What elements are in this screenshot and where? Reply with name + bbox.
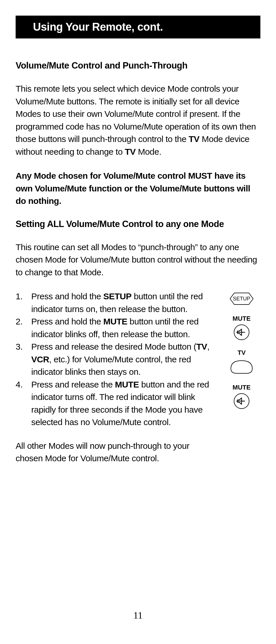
step-1: Press and hold the SETUP button until th… bbox=[16, 290, 217, 315]
text-bold-tv: TV bbox=[125, 147, 135, 156]
text-run: Press and release the bbox=[31, 380, 115, 389]
step-2: Press and hold the MUTE button until the… bbox=[16, 315, 217, 340]
mute-button-label-2: MUTE bbox=[233, 384, 251, 391]
text-run: Press and release the desired Mode butto… bbox=[31, 342, 196, 351]
text-bold-tv: TV bbox=[189, 134, 199, 144]
text-run: , bbox=[207, 342, 209, 351]
mute-button-illustration: MUTE bbox=[233, 315, 251, 340]
button-icons-column: SETUP MUTE TV MUTE bbox=[223, 290, 260, 465]
text-run: , etc.) for Volume/Mute control, the red… bbox=[31, 355, 191, 377]
paragraph-volume-warning: Any Mode chosen for Volume/Mute control … bbox=[16, 169, 260, 207]
steps-column: Press and hold the SETUP button until th… bbox=[16, 290, 217, 465]
page-header-bar: Using Your Remote, cont. bbox=[16, 16, 260, 38]
paragraph-volume-intro: This remote lets you select which device… bbox=[16, 82, 260, 158]
mute-button-icon bbox=[233, 324, 250, 340]
mute-button-icon bbox=[233, 393, 250, 409]
page-content: Using Your Remote, cont. Volume/Mute Con… bbox=[0, 0, 276, 465]
text-bold-setup: SETUP bbox=[103, 291, 132, 301]
steps-list: Press and hold the SETUP button until th… bbox=[16, 290, 217, 429]
setup-button-illustration: SETUP bbox=[226, 291, 257, 306]
mute-button-illustration-2: MUTE bbox=[233, 384, 251, 409]
setup-button-icon: SETUP bbox=[226, 291, 257, 306]
text-run: Mode. bbox=[136, 147, 161, 156]
paragraph-closing: All other Modes will now punch-through t… bbox=[16, 440, 217, 465]
step-3: Press and release the desired Mode butto… bbox=[16, 340, 217, 378]
step-4: Press and release the MUTE button and th… bbox=[16, 378, 217, 429]
page-number: 11 bbox=[0, 610, 276, 621]
text-run: Press and hold the bbox=[31, 317, 103, 326]
setup-button-label: SETUP bbox=[233, 296, 250, 302]
text-bold-tv: TV bbox=[196, 342, 207, 351]
steps-with-icons: Press and hold the SETUP button until th… bbox=[16, 290, 260, 465]
page-header-title: Using Your Remote, cont. bbox=[33, 21, 163, 33]
text-bold-vcr: VCR bbox=[31, 355, 49, 364]
section-title-setting-all: Setting ALL Volume/Mute Control to any o… bbox=[16, 219, 260, 229]
text-bold-mute: MUTE bbox=[115, 380, 139, 389]
paragraph-routine-intro: This routine can set all Modes to “punch… bbox=[16, 241, 260, 279]
tv-button-label: TV bbox=[238, 349, 246, 357]
section-title-volume-punch-through: Volume/Mute Control and Punch-Through bbox=[16, 60, 260, 71]
text-run: Press and hold the bbox=[31, 291, 103, 301]
mute-button-label: MUTE bbox=[233, 315, 251, 322]
tv-button-illustration: TV bbox=[229, 349, 254, 375]
text-bold-mute: MUTE bbox=[103, 317, 127, 326]
tv-button-icon bbox=[229, 358, 254, 375]
